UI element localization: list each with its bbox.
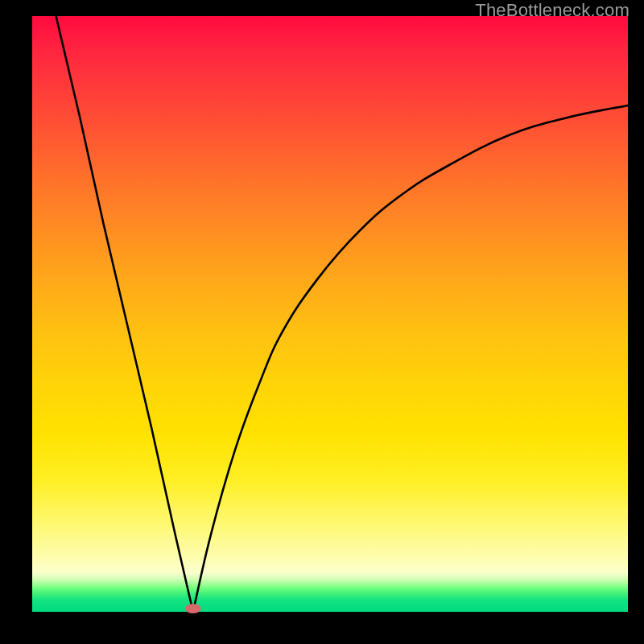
chart-canvas: TheBottleneck.com <box>0 0 644 644</box>
curve-path <box>56 16 628 612</box>
plot-area <box>32 16 628 612</box>
curve-svg <box>32 16 628 612</box>
minimum-marker <box>185 604 201 613</box>
